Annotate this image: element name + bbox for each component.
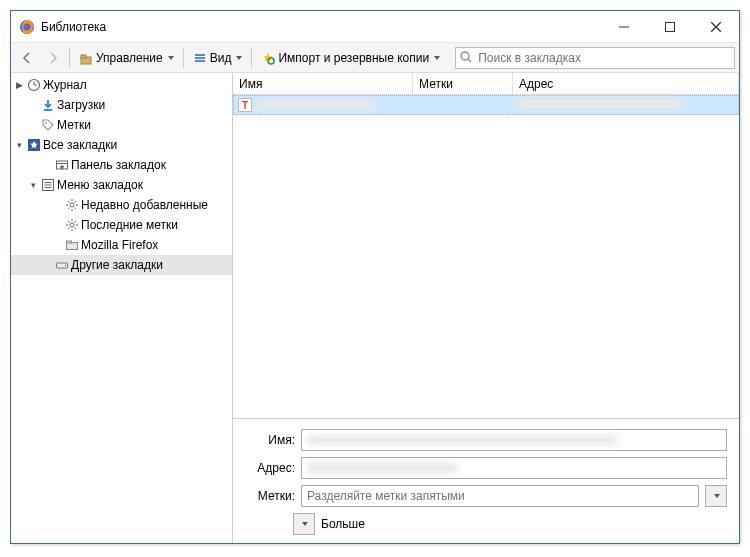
svg-point-27 [70,223,74,227]
name-label: Имя: [245,433,295,447]
sidebar-item-other-bookmarks[interactable]: Другие закладки [11,255,232,275]
svg-point-1 [24,23,31,30]
firefox-icon [19,19,35,35]
column-address[interactable]: Адрес [513,73,739,94]
svg-point-11 [268,58,274,64]
manage-button[interactable]: Управление [74,46,179,70]
star-refresh-icon [261,51,275,65]
sidebar-item-recent-tags[interactable]: Последние метки [11,215,232,235]
star-icon [27,138,41,152]
svg-point-18 [45,122,47,124]
list-item[interactable]: T [233,95,739,115]
sidebar: ▶ Журнал Загрузки Метки ▾ Все закладки [11,73,233,543]
sidebar-item-recently-added[interactable]: Недавно добавленные [11,195,232,215]
manage-icon [79,51,93,65]
toolbar: Управление Вид Импорт и резервные копии [11,43,739,73]
svg-rect-29 [67,241,72,243]
bookmark-list: T [233,95,739,418]
tags-dropdown-button[interactable] [705,485,727,507]
drive-icon [55,258,69,272]
download-icon [41,98,55,112]
name-field[interactable] [301,429,727,451]
search-icon [459,50,473,64]
svg-point-26 [70,203,74,207]
titlebar: Библиотека [11,11,739,43]
toolbar-icon [55,158,69,172]
maximize-button[interactable] [647,11,693,43]
item-address-blurred [514,99,684,109]
address-field[interactable] [301,457,727,479]
sidebar-item-all-bookmarks[interactable]: ▾ Все закладки [11,135,232,155]
chevron-down-icon [434,56,440,60]
chevron-down-icon [714,494,720,498]
sidebar-item-mozilla[interactable]: Mozilla Firefox [11,235,232,255]
import-backup-button[interactable]: Импорт и резервные копии [256,46,445,70]
svg-line-13 [468,59,471,62]
library-window: Библиотека Управление Вид Импорт и резер… [10,10,740,544]
tags-field[interactable] [301,485,699,507]
folder-icon [65,238,79,252]
details-panel: Имя: Адрес: Метки: Больше [233,418,739,543]
nav-back-button[interactable] [15,46,39,70]
svg-point-12 [461,52,469,60]
favicon: T [238,98,252,112]
address-label: Адрес: [245,461,295,475]
search-input[interactable] [455,47,735,69]
column-name[interactable]: Имя [233,73,413,94]
window-title: Библиотека [41,20,106,34]
clock-icon [27,78,41,92]
sidebar-item-tags[interactable]: Метки [11,115,232,135]
sidebar-item-downloads[interactable]: Загрузки [11,95,232,115]
more-label: Больше [321,517,365,531]
expand-icon[interactable]: ▶ [13,79,25,91]
column-tags[interactable]: Метки [413,73,513,94]
gear-icon [65,198,79,212]
chevron-down-icon [168,56,174,60]
gear-icon [65,218,79,232]
column-headers: Имя Метки Адрес [233,73,739,95]
menu-icon [41,178,55,192]
tag-icon [41,118,55,132]
tags-label: Метки: [245,489,295,503]
sidebar-item-journal[interactable]: ▶ Журнал [11,75,232,95]
close-button[interactable] [693,11,739,43]
svg-point-31 [65,265,67,267]
svg-rect-7 [81,55,86,58]
minimize-button[interactable] [601,11,647,43]
collapse-icon[interactable]: ▾ [13,139,25,151]
sidebar-item-bookmarks-menu[interactable]: ▾ Меню закладок [11,175,232,195]
chevron-down-icon [236,56,242,60]
item-name-blurred [256,100,376,110]
more-toggle-button[interactable] [293,513,315,535]
chevron-down-icon [302,522,308,526]
collapse-icon[interactable]: ▾ [27,179,39,191]
svg-rect-28 [67,243,78,250]
list-icon [193,51,207,65]
svg-rect-3 [666,22,675,31]
sidebar-item-bookmarks-toolbar[interactable]: Панель закладок [11,155,232,175]
nav-forward-button[interactable] [41,46,65,70]
view-button[interactable]: Вид [188,46,248,70]
